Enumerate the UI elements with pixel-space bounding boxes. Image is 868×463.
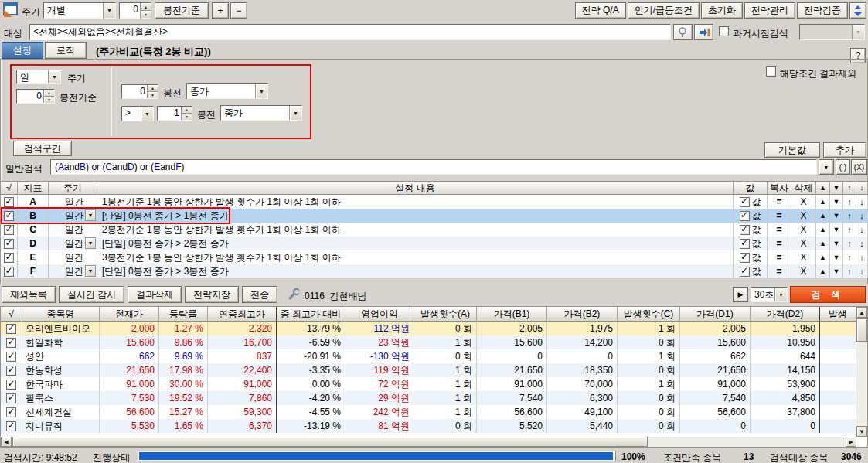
move-bottom-button[interactable]: ↓ [856, 195, 868, 209]
delete-button[interactable]: X [791, 195, 816, 209]
wrench-icon[interactable] [288, 288, 301, 303]
move-top-button[interactable]: ↑ [843, 223, 856, 237]
result-row[interactable]: ✓한농화성21,65017.98 %22,400-3.35 %119 억원1 회… [1, 363, 867, 377]
result-row[interactable]: ✓성안6629.69 %837-20.91 %-130 억원0 회001 회66… [1, 349, 867, 363]
value-checkbox[interactable]: ✓ [740, 211, 750, 221]
chevron-down-icon[interactable]: ▼ [774, 288, 787, 301]
cond-header-value[interactable]: 값 [734, 182, 768, 195]
copy-button[interactable]: = [768, 209, 791, 223]
cond-header-up[interactable]: ▲ [816, 182, 830, 195]
delete-button[interactable]: X [791, 264, 816, 278]
result-header-1[interactable]: 현재가 [100, 307, 159, 322]
chevron-down-icon[interactable]: ▼ [141, 107, 153, 121]
result-checkbox[interactable]: ✓ [6, 380, 16, 390]
cond-header-content[interactable]: 설정 내용 [97, 182, 734, 195]
condition-content[interactable]: [단일] 0봉전 종가 > 3봉전 종가 [97, 264, 734, 278]
condition-value-cell[interactable]: ✓값 [734, 209, 768, 223]
delete-button[interactable]: X [791, 250, 816, 264]
cond-header-copy[interactable]: 복사 [768, 182, 791, 195]
condition-value-cell[interactable]: ✓값 [734, 264, 768, 278]
move-bottom-button[interactable]: ↓ [856, 223, 868, 237]
horizontal-scroll-thumb[interactable] [12, 437, 648, 447]
tab-settings[interactable]: 설정 [2, 42, 43, 59]
result-header-3[interactable]: 연중최고가 [208, 307, 277, 322]
move-bottom-button[interactable]: ↓ [856, 264, 868, 278]
move-down-button[interactable]: ▼ [830, 209, 843, 223]
result-header-11[interactable]: 가격(D2) [751, 307, 820, 322]
cond-header-top[interactable]: ↑ [843, 182, 856, 195]
move-up-button[interactable]: ▲ [816, 223, 830, 237]
scroll-left-icon[interactable]: ◀ [1, 437, 12, 447]
horizontal-scrollbar[interactable]: ◀ ▶ [1, 437, 856, 447]
result-row[interactable]: ✓필룩스7,53019.52 %7,860-4.20 %29 억원1 회7,54… [1, 391, 867, 405]
result-toolbar-button-0[interactable]: 제외목록 [2, 286, 56, 303]
delete-button[interactable]: X [791, 209, 816, 223]
vertical-scrollbar[interactable]: ▲ ▼ [856, 307, 867, 437]
exclude-checkbox[interactable] [766, 66, 776, 77]
result-header-2[interactable]: 등락률 [159, 307, 208, 322]
bar1-field-dropdown[interactable]: 종가 ▼ [186, 83, 268, 99]
move-down-button[interactable]: ▼ [830, 195, 843, 209]
expression-dropdown-button[interactable]: ▼ [819, 159, 834, 175]
result-checkbox[interactable]: ✓ [6, 393, 16, 403]
result-row[interactable]: ✓한일화학15,6009.86 %16,700-6.59 %23 억원1 회15… [1, 335, 867, 349]
general-search-expression[interactable]: (A and B) or (C and D) or (E and F) [50, 159, 817, 175]
spin-down-icon[interactable]: ▼ [148, 91, 158, 98]
move-down-button[interactable]: ▼ [830, 250, 843, 264]
value-checkbox[interactable]: ✓ [740, 197, 750, 207]
chevron-down-icon[interactable]: ▼ [48, 70, 60, 83]
condition-content[interactable]: [단일] 0봉전 종가 > 2봉전 종가 [97, 237, 734, 250]
bar1-spinner[interactable]: 0 ▲ ▼ [121, 84, 158, 99]
condition-value-cell[interactable]: ✓값 [734, 237, 768, 250]
condition-content[interactable]: 3봉전기준 1봉 동안 상한가 발생 횟수가 1회 이상 1회 이하 [97, 250, 734, 264]
spin-down-icon[interactable]: ▼ [44, 96, 54, 103]
bar2-spinner[interactable]: 1 ▲ ▼ [157, 106, 192, 121]
move-bottom-button[interactable]: ↓ [856, 250, 868, 264]
move-top-button[interactable]: ↑ [843, 237, 856, 250]
result-checkbox[interactable]: ✓ [6, 338, 16, 348]
add-button[interactable]: 추가 [823, 142, 866, 158]
past-search-checkbox[interactable] [719, 26, 729, 36]
move-bottom-button[interactable]: ↓ [856, 237, 868, 250]
bar2-field-dropdown[interactable]: 종가 ▼ [220, 105, 302, 121]
strategy-button-1[interactable]: 인기/급등조건 [628, 2, 700, 19]
copy-button[interactable]: = [768, 195, 791, 209]
result-checkbox[interactable]: ✓ [6, 407, 16, 417]
strategy-button-2[interactable]: 초기화 [701, 2, 743, 19]
condition-checkbox[interactable]: ✓ [4, 239, 14, 249]
condition-period-cell[interactable]: 일간▼ [49, 264, 97, 278]
count-spinner[interactable]: 0 ▲ ▼ [119, 2, 151, 19]
send-to-button[interactable] [694, 24, 713, 40]
copy-button[interactable]: = [768, 237, 791, 250]
value-checkbox[interactable]: ✓ [740, 253, 750, 263]
result-checkbox[interactable]: ✓ [6, 352, 16, 362]
condition-value-cell[interactable]: ✓값 [734, 250, 768, 264]
chevron-down-icon[interactable]: ▼ [103, 3, 115, 18]
result-toolbar-button-4[interactable]: 전송 [242, 286, 277, 303]
chevron-down-icon[interactable]: ▼ [85, 209, 96, 221]
condition-content[interactable]: 1봉전기준 1봉 동안 상한가 발생 횟수가 1회 이상 1회 이하 [97, 195, 734, 209]
result-header-8[interactable]: 가격(B2) [547, 307, 618, 322]
minus-button[interactable]: − [230, 2, 247, 19]
paren-button[interactable]: ( ) [836, 159, 850, 175]
condition-checkbox[interactable]: ✓ [4, 197, 14, 207]
condition-content[interactable]: [단일] 0봉전 종가 > 1봉전 종가 [97, 209, 734, 223]
move-up-button[interactable]: ▲ [816, 209, 830, 223]
period-dropdown[interactable]: 개별 ▼ [43, 2, 116, 19]
target-input[interactable]: <전체><제외없음><전체월결산> [29, 24, 671, 40]
move-down-button[interactable]: ▼ [830, 237, 843, 250]
play-button[interactable]: ▶ [733, 287, 748, 302]
move-top-button[interactable]: ↑ [843, 195, 856, 209]
result-row[interactable]: ✓지니뮤직5,5301.65 %6,370-13.19 %81 억원0 회5,5… [1, 419, 867, 433]
delete-button[interactable]: X [791, 237, 816, 250]
updown-button[interactable] [849, 2, 866, 19]
value-checkbox[interactable]: ✓ [740, 267, 750, 277]
copy-button[interactable]: = [768, 223, 791, 237]
spin-down-icon[interactable]: ▼ [182, 113, 192, 120]
result-header-4[interactable]: 중 최고가 대비 [277, 307, 345, 322]
copy-button[interactable]: = [768, 250, 791, 264]
result-row[interactable]: ✓한국파마91,00030.00 %91,0000.00 %72 억원1 회91… [1, 377, 867, 391]
chevron-down-icon[interactable]: ▼ [85, 237, 96, 249]
move-down-button[interactable]: ▼ [830, 223, 843, 237]
spin-up-icon[interactable]: ▲ [182, 107, 192, 113]
